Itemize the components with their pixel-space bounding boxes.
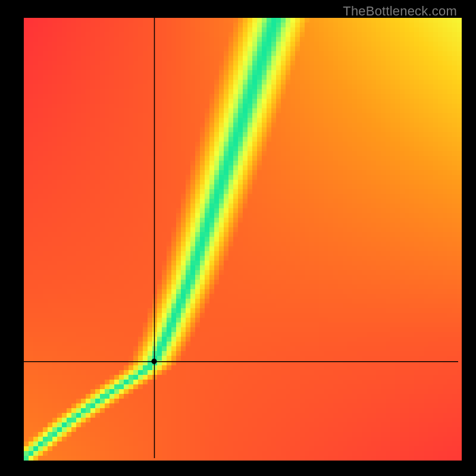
bottleneck-heatmap [0, 0, 476, 476]
chart-container: TheBottleneck.com [0, 0, 476, 476]
watermark-text: TheBottleneck.com [343, 4, 457, 19]
